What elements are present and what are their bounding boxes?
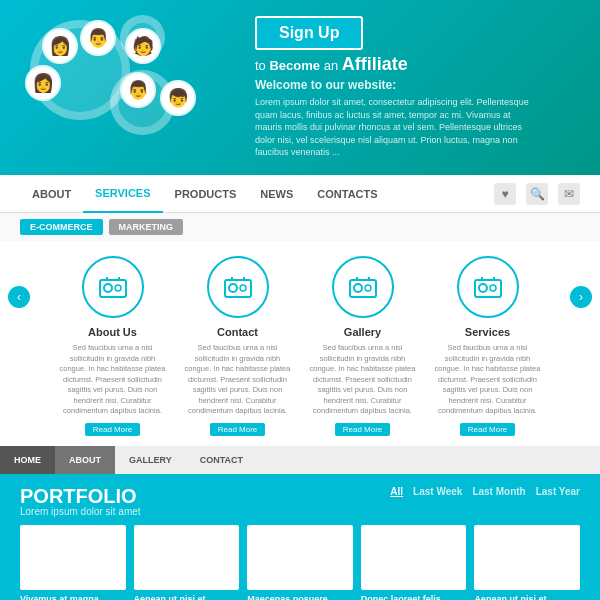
portfolio-filters: All Last Week Last Month Last Year	[390, 486, 580, 497]
portfolio-image-4	[361, 525, 467, 590]
portfolio-section: PORTFOLIO Lorem ipsum dolor sit amet All…	[0, 474, 600, 601]
service-title-gallery: Gallery	[344, 326, 381, 338]
bottom-nav-gallery[interactable]: GALLERY	[115, 446, 186, 474]
service-text-services: Sed faucibus urna a nisi sollicitudin in…	[433, 343, 543, 417]
bottom-nav-home[interactable]: HOME	[0, 446, 55, 474]
avatar: 👦	[160, 80, 196, 116]
svg-point-11	[354, 284, 362, 292]
portfolio-heading: PORTFOLIO Lorem ipsum dolor sit amet	[20, 486, 141, 517]
read-more-contact[interactable]: Read More	[210, 423, 266, 436]
nav-item-about[interactable]: ABOUT	[20, 175, 83, 213]
service-icon-gallery	[332, 256, 394, 318]
service-text-gallery: Sed faucibus urna a nisi sollicitudin in…	[308, 343, 418, 417]
services-section: ‹ About Us Sed faucibus urna a nisi soll…	[0, 241, 600, 446]
next-arrow-button[interactable]: ›	[570, 286, 592, 308]
navigation-bar: ABOUT SERVICES PRODUCTS NEWS CONTACTS ♥ …	[0, 175, 600, 213]
service-text-about: Sed faucibus urna a nisi sollicitudin in…	[58, 343, 168, 417]
tagline-to: to	[255, 58, 266, 73]
nav-item-services[interactable]: SERVICES	[83, 175, 162, 213]
service-title-contact: Contact	[217, 326, 258, 338]
marketing-button[interactable]: MARKETING	[109, 219, 184, 235]
portfolio-image-5	[474, 525, 580, 590]
filter-last-month[interactable]: Last Month	[472, 486, 525, 497]
read-more-gallery[interactable]: Read More	[335, 423, 391, 436]
nav-items: ABOUT SERVICES PRODUCTS NEWS CONTACTS	[20, 175, 494, 213]
hero-content: Sign Up to Become an Affiliate Welcome t…	[240, 16, 580, 159]
service-item-services: Services Sed faucibus urna a nisi sollic…	[433, 256, 543, 436]
portfolio-title: PORTFOLIO	[20, 486, 141, 506]
filter-last-year[interactable]: Last Year	[536, 486, 580, 497]
ecommerce-button[interactable]: E-COMMERCE	[20, 219, 103, 235]
portfolio-header: PORTFOLIO Lorem ipsum dolor sit amet All…	[20, 486, 580, 517]
service-icon-about	[82, 256, 144, 318]
svg-point-16	[479, 284, 487, 292]
portfolio-item-3: Maecenas posuere Sed faucibus urna a nis…	[247, 525, 353, 601]
bottom-nav-contact[interactable]: CONTACT	[186, 446, 257, 474]
service-icon-services	[457, 256, 519, 318]
service-text-contact: Sed faucibus urna a nisi sollicitudin in…	[183, 343, 293, 417]
avatar: 👩	[42, 28, 78, 64]
svg-point-9	[240, 285, 246, 291]
read-more-services[interactable]: Read More	[460, 423, 516, 436]
service-item-gallery: Gallery Sed faucibus urna a nisi sollici…	[308, 256, 418, 436]
svg-point-6	[229, 284, 237, 292]
nav-item-contacts[interactable]: CONTACTS	[305, 175, 389, 213]
hero-welcome: Welcome to our website:	[255, 78, 580, 92]
filter-all[interactable]: All	[390, 486, 403, 497]
mail-icon[interactable]: ✉	[558, 183, 580, 205]
hero-tagline: to Become an Affiliate	[255, 54, 580, 75]
nav-icons: ♥ 🔍 ✉	[494, 183, 580, 205]
bottom-navigation: HOME ABOUT GALLERY CONTACT	[0, 446, 600, 474]
prev-arrow-button[interactable]: ‹	[8, 286, 30, 308]
portfolio-item-title-1: Vivamus at magna	[20, 594, 126, 601]
service-title-services: Services	[465, 326, 510, 338]
nav-item-news[interactable]: NEWS	[248, 175, 305, 213]
avatar: 👨	[120, 72, 156, 108]
heart-icon[interactable]: ♥	[494, 183, 516, 205]
tagline-become: Become	[269, 58, 320, 73]
portfolio-subtitle: Lorem ipsum dolor sit amet	[20, 506, 141, 517]
service-item-contact: Contact Sed faucibus urna a nisi sollici…	[183, 256, 293, 436]
services-grid: About Us Sed faucibus urna a nisi sollic…	[20, 256, 580, 436]
svg-point-14	[365, 285, 371, 291]
portfolio-item-2: Aenean ut nisi et Sed faucibus urna a ni…	[134, 525, 240, 601]
hero-body-text: Lorem ipsum dolor sit amet, consectetur …	[255, 96, 535, 159]
portfolio-image-2	[134, 525, 240, 590]
tagline-affiliate: Affiliate	[342, 54, 408, 74]
portfolio-item-title-4: Donec laoreet felis	[361, 594, 467, 601]
hero-section: 👩 👨 👩 🧑 👨 👦 Sign Up to Become an Affilia…	[0, 0, 600, 175]
svg-point-19	[490, 285, 496, 291]
signup-button[interactable]: Sign Up	[255, 16, 363, 50]
service-title-about: About Us	[88, 326, 137, 338]
svg-point-1	[104, 284, 112, 292]
portfolio-item-title-3: Maecenas posuere	[247, 594, 353, 601]
portfolio-item-title-5: Aenean ut nisi et	[474, 594, 580, 601]
hero-illustration: 👩 👨 👩 🧑 👨 👦	[20, 10, 240, 165]
nav-item-products[interactable]: PRODUCTS	[163, 175, 249, 213]
avatar: 🧑	[125, 28, 161, 64]
avatar: 👩	[25, 65, 61, 101]
portfolio-image-1	[20, 525, 126, 590]
subnav-bar: E-COMMERCE MARKETING	[0, 213, 600, 241]
portfolio-item-5: Aenean ut nisi et Sed faucibus urna a ni…	[474, 525, 580, 601]
filter-last-week[interactable]: Last Week	[413, 486, 462, 497]
service-icon-contact	[207, 256, 269, 318]
portfolio-image-3	[247, 525, 353, 590]
svg-point-4	[115, 285, 121, 291]
read-more-about[interactable]: Read More	[85, 423, 141, 436]
bottom-nav-about[interactable]: ABOUT	[55, 446, 115, 474]
avatar: 👨	[80, 20, 116, 56]
portfolio-item-4: Donec laoreet felis Sed faucibus urna a …	[361, 525, 467, 601]
portfolio-item-1: Vivamus at magna Sed faucibus urna a nis…	[20, 525, 126, 601]
search-icon[interactable]: 🔍	[526, 183, 548, 205]
portfolio-item-title-2: Aenean ut nisi et	[134, 594, 240, 601]
service-item-about: About Us Sed faucibus urna a nisi sollic…	[58, 256, 168, 436]
portfolio-grid: Vivamus at magna Sed faucibus urna a nis…	[20, 525, 580, 601]
tagline-an: an	[324, 58, 338, 73]
